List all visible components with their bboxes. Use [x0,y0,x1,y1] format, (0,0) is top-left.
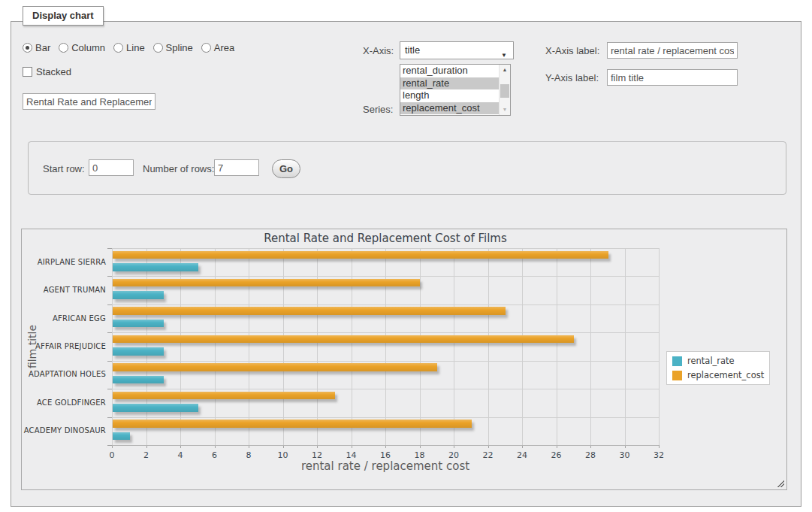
x-axis-selected-value: title [405,44,420,56]
series-option-rental_rate[interactable]: rental_rate [400,77,510,90]
chart-title: Rental Rate and Replacement Cost of Film… [112,232,659,245]
series-scrollbar[interactable]: ▲ ▼ [499,65,510,115]
legend-label: replacement_cost [687,370,764,380]
y-axis-tick [107,445,112,446]
gridline-vertical [420,248,421,445]
radio-label: Area [214,42,234,53]
series-option-rental_duration[interactable]: rental_duration [400,65,510,77]
number-of-rows-input[interactable] [214,159,259,176]
gridline-vertical [625,248,626,445]
bar-replacement_cost [113,392,335,400]
series-option-length[interactable]: length [400,89,510,102]
category-label: AGENT TRUMAN [22,286,106,294]
y-axis-tick [107,304,112,305]
series-select-label: Series: [363,104,393,115]
radio-icon[interactable] [201,43,211,53]
y-axis-tick [107,332,112,333]
gridline-horizontal [112,361,659,362]
gridline-vertical [659,248,660,445]
x-axis-label-input[interactable] [607,42,738,59]
legend-label: rental_rate [687,356,735,366]
category-label: ACADEMY DINOSAUR [22,426,106,435]
go-button[interactable]: Go [272,159,300,178]
chart-y-axis-label: film title [26,294,38,399]
series-options: rental_durationrental_ratelengthreplacem… [400,65,510,114]
legend-item-rental_rate: rental_rate [672,356,764,366]
radio-line[interactable]: Line [113,42,145,53]
gridline-vertical [146,248,147,445]
gridline-horizontal [112,304,659,305]
x-axis-tick [659,445,660,448]
bar-rental_rate [113,347,164,356]
gridline-horizontal [112,276,659,277]
x-axis-label-label: X-Axis label: [545,45,599,56]
x-axis-select-label: X-Axis: [363,45,394,56]
stacked-label: Stacked [36,66,71,77]
y-axis-tick [107,361,112,362]
legend-swatch-rental_rate [672,356,682,366]
radio-icon[interactable] [153,43,163,53]
y-axis-tick [107,417,112,418]
y-axis-label-input[interactable] [607,69,738,86]
stacked-checkbox-row[interactable]: Stacked [23,66,71,77]
gridline-vertical [249,248,249,445]
page: Display chart BarColumnLineSplineArea St… [0,0,812,512]
gridline-vertical [385,248,386,445]
bar-replacement_cost [113,251,608,259]
radio-area[interactable]: Area [201,42,234,53]
y-axis-tick [107,248,112,249]
bar-replacement_cost [113,307,506,315]
x-axis-select[interactable]: title ▼ [400,41,514,59]
radio-icon[interactable] [113,43,123,53]
gridline-vertical [215,248,216,445]
bar-replacement_cost [113,279,420,287]
gridline-horizontal [112,332,659,333]
rows-control-panel [28,141,786,195]
chart-x-axis-label: rental rate / replacement cost [112,459,659,473]
category-label: ACE GOLDFINGER [22,398,106,407]
scrollbar-thumb[interactable] [500,84,509,98]
chart-container: Rental Rate and Replacement Cost of Film… [21,229,787,490]
gridline-vertical [488,248,489,445]
category-label: AIRPLANE SIERRA [22,258,106,266]
chart-title-input[interactable] [23,93,155,110]
radio-icon[interactable] [23,43,32,53]
bar-replacement_cost [113,420,472,428]
radio-spline[interactable]: Spline [153,42,193,53]
gridline-vertical [590,248,591,445]
gridline-vertical [454,248,454,445]
series-multiselect[interactable]: rental_durationrental_ratelengthreplacem… [400,64,511,116]
radio-bar[interactable]: Bar [23,42,50,53]
radio-column[interactable]: Column [59,42,105,53]
chevron-down-icon: ▼ [501,47,507,64]
bar-rental_rate [113,263,198,271]
bar-rental_rate [113,376,164,384]
series-option-replacement_cost[interactable]: replacement_cost [400,102,510,115]
bar-rental_rate [113,320,164,328]
radio-icon[interactable] [59,43,68,53]
gridline-vertical [522,248,523,445]
bar-replacement_cost [113,335,574,344]
chart-type-radio-group: BarColumnLineSplineArea [23,42,243,53]
bar-rental_rate [113,404,198,412]
bar-replacement_cost [113,363,437,371]
chart-legend: rental_ratereplacement_cost [666,351,770,385]
number-of-rows-label: Number of rows: [143,163,214,174]
gridline-vertical [557,248,557,445]
gridline-vertical [180,248,181,445]
scroll-up-button[interactable]: ▲ [500,65,510,75]
start-row-input[interactable] [89,159,134,176]
gridline-horizontal [112,389,659,389]
scroll-down-button[interactable]: ▼ [500,105,510,115]
y-axis-label-label: Y-Axis label: [545,72,599,83]
bar-rental_rate [113,291,164,299]
radio-label: Line [126,42,145,53]
gridline-horizontal [112,417,659,418]
resize-handle-icon[interactable] [776,479,784,487]
radio-label: Bar [35,42,50,53]
gridline-vertical [112,248,113,445]
gridline-horizontal [112,248,659,249]
stacked-checkbox[interactable] [23,67,32,77]
legend-item-replacement_cost: replacement_cost [672,370,764,380]
y-axis-tick [107,389,112,389]
